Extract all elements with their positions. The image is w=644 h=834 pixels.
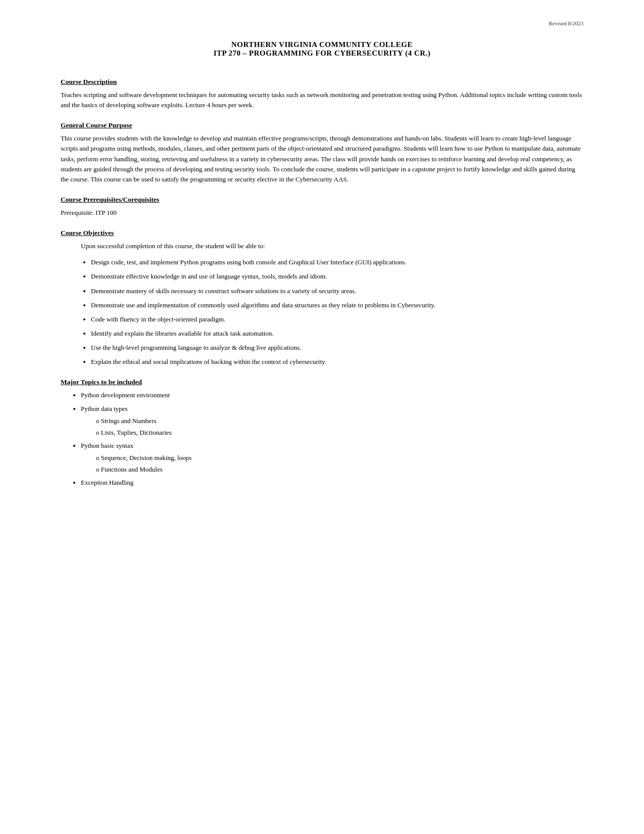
list-item: Identify and explain the libraries avail… [91,329,583,339]
objectives-intro: Upon successful completion of this cours… [81,241,583,251]
objectives-list: Design code, test, and implement Python … [91,257,583,367]
sub-list: Strings and Numbers Lists, Tuplies, Dict… [96,416,583,438]
sub-list-item: Strings and Numbers [96,416,583,426]
course-description-title: Course Description [61,78,583,86]
list-item: Code with fluency in the object-oriented… [91,314,583,325]
list-item: Design code, test, and implement Python … [91,257,583,267]
page: Revised 8/2023 NORTHERN VIRGINIA COMMUNI… [0,0,644,834]
prerequisites-text: Prerequisite: ITP 100 [61,208,583,218]
sub-list-item: Lists, Tuplies, Dictionaries [96,428,583,438]
general-course-purpose-text: This course provides students with the k… [61,133,583,184]
objectives-title: Course Objectives [61,229,583,237]
sub-list-item: Sequence, Decision making, loops [96,453,583,463]
list-item: Demonstrate mastery of skills necessary … [91,286,583,296]
prerequisites-title: Course Prerequisites/Corequisites [61,196,583,204]
list-item: Use the high-level programming language … [91,343,583,353]
list-item: Demonstrate effective knowledge in and u… [91,271,583,282]
header-line2: ITP 270 – PROGRAMMING FOR CYBERSECURITY … [61,49,583,58]
objectives-section: Course Objectives Upon successful comple… [61,229,583,367]
course-description-text: Teaches scripting and software developme… [61,90,583,110]
sub-list-item: Functions and Modules [96,465,583,475]
prerequisites-section: Course Prerequisites/Corequisites Prereq… [61,196,583,218]
general-course-purpose-section: General Course Purpose This course provi… [61,121,583,184]
list-item: Python development environment [81,390,583,400]
major-topics-title: Major Topics to be included [61,378,583,386]
major-topics-section: Major Topics to be included Python devel… [61,378,583,488]
list-item: Exception Handling [81,478,583,488]
sub-list: Sequence, Decision making, loops Functio… [96,453,583,475]
revised-stamp: Revised 8/2023 [549,20,583,26]
list-item: Python basic syntax Sequence, Decision m… [81,441,583,475]
course-description-section: Course Description Teaches scripting and… [61,78,583,110]
list-item: Demonstrate use and implementation of co… [91,300,583,310]
list-item: Explain the ethical and social implicati… [91,357,583,367]
header-line1: NORTHERN VIRGINIA COMMUNITY COLLEGE [61,40,583,49]
list-item: Python data types Strings and Numbers Li… [81,404,583,438]
major-topics-list: Python development environment Python da… [81,390,583,488]
general-course-purpose-title: General Course Purpose [61,121,583,129]
document-header: NORTHERN VIRGINIA COMMUNITY COLLEGE ITP … [61,40,583,58]
